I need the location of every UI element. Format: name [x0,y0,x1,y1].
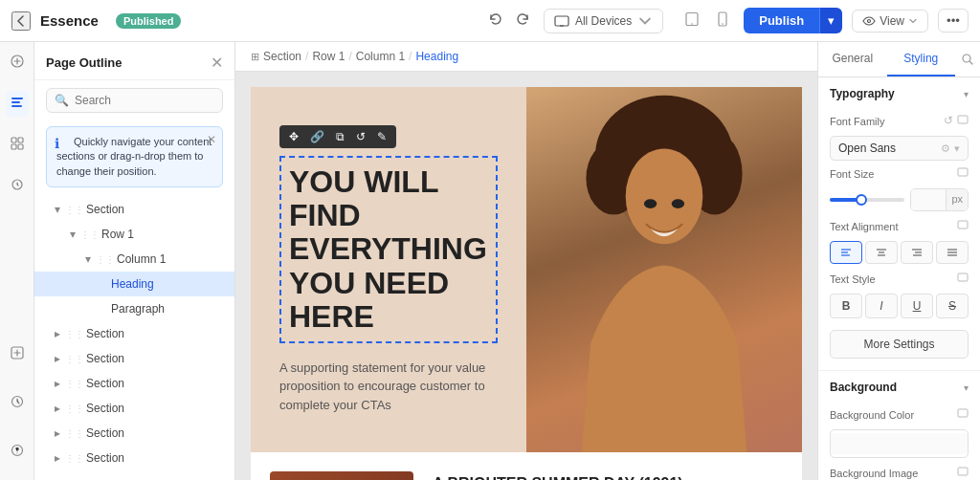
bg-image-responsive-icon[interactable] [957,466,969,480]
font-settings-icon[interactable]: ⚙ [941,142,950,155]
toolbar-undo[interactable]: ↺ [352,128,369,145]
undo-button[interactable] [484,8,507,34]
tree-item-paragraph[interactable]: ▸ Paragraph [34,296,234,321]
align-right-button[interactable] [901,241,933,264]
tree-item-section2[interactable]: ▸ ⋮⋮ Section [34,321,234,346]
toolbar-link[interactable]: 🔗 [306,128,328,145]
tab-styling[interactable]: Styling [887,42,956,76]
nav-outline-icon[interactable] [6,91,29,117]
drag-handle[interactable]: ⋮⋮ [80,229,100,240]
italic-button[interactable]: I [865,294,898,318]
expand-row1[interactable]: ▾ [65,227,80,242]
publish-button[interactable]: Publish [744,8,819,33]
text-alignment-responsive-icon[interactable] [957,219,969,233]
slider-thumb[interactable] [856,194,867,206]
search-input[interactable] [75,94,214,107]
svg-rect-13 [11,144,16,149]
tree-item-section3[interactable]: ▸ ⋮⋮ Section [34,346,234,371]
product-section[interactable]: A BRIGHTER SUMMER DAY (1991) $0 No varia… [251,452,802,480]
toolbar-copy[interactable]: ⧉ [332,128,348,145]
redo-button[interactable] [511,8,534,34]
font-size-slider[interactable] [830,198,904,202]
tree-item-column1[interactable]: ▾ ⋮⋮ Column 1 [34,247,234,272]
expand-section1[interactable]: ▾ [50,202,65,217]
align-justify-button[interactable] [936,241,969,264]
sidebar-search[interactable]: 🔍 [46,88,223,113]
drag-handle[interactable]: ⋮⋮ [65,379,84,389]
bg-color-field[interactable]: rgba(0, 0, 0, 0) [830,429,969,458]
breadcrumb-row[interactable]: Row 1 [312,50,345,63]
hero-image [526,87,802,452]
view-button[interactable]: View [852,10,928,33]
expand-section3[interactable]: ▸ [50,351,65,366]
background-label: Background [830,381,897,394]
sidebar-close-button[interactable]: ✕ [211,54,223,72]
expand-section5[interactable]: ▸ [50,401,65,416]
bg-color-responsive-icon[interactable] [957,407,969,422]
page-outline-panel: Page Outline ✕ 🔍 ℹ Quickly navigate your… [34,42,235,480]
nav-help-icon[interactable] [6,439,29,465]
tree-item-section1[interactable]: ▾ ⋮⋮ Section [34,197,234,222]
font-size-input[interactable]: 42 px [910,188,969,211]
font-family-label: Font Family [830,116,884,127]
underline-button[interactable]: U [901,294,933,318]
font-dropdown-icon[interactable]: ▾ [954,142,960,155]
toolbar-edit[interactable]: ✎ [373,128,390,145]
expand-section4[interactable]: ▸ [50,376,65,391]
font-size-value[interactable]: 42 [911,189,946,210]
back-button[interactable] [11,11,31,31]
nav-bottom-icon[interactable] [6,341,29,367]
publish-caret-button[interactable]: ▾ [819,8,842,33]
more-settings-button[interactable]: More Settings [830,330,969,359]
panel-search-icon[interactable] [955,42,980,76]
nav-elements-icon[interactable] [6,132,29,158]
refresh-icon[interactable]: ↺ [944,114,953,128]
responsive-icon[interactable] [957,114,969,128]
hero-section[interactable]: ✥ 🔗 ⧉ ↺ ✎ YOU WILL FIND EVERYTHING YOU N… [251,87,802,452]
drag-handle[interactable]: ⋮⋮ [65,354,84,364]
tree-item-section7[interactable]: ▸ ⋮⋮ Section [34,446,234,470]
font-size-responsive-icon[interactable] [957,166,969,181]
breadcrumb-section[interactable]: Section [263,50,301,63]
tree-item-section5[interactable]: ▸ ⋮⋮ Section [34,396,234,421]
expand-section2[interactable]: ▸ [50,326,65,341]
expand-section7[interactable]: ▸ [50,450,65,466]
drag-handle[interactable]: ⋮⋮ [65,428,84,439]
align-left-button[interactable] [830,241,862,264]
info-close-button[interactable]: ✕ [207,133,216,146]
toolbar-move[interactable]: ✥ [285,128,302,145]
bg-color-input[interactable]: rgba(0, 0, 0, 0) [831,433,969,454]
more-options-button[interactable]: ••• [938,9,969,33]
breadcrumb-section-icon: ⊞ [251,51,259,63]
expand-section6[interactable]: ▸ [50,425,65,441]
text-style-responsive-icon[interactable] [957,272,969,286]
nav-history-icon[interactable] [6,390,29,416]
tab-general[interactable]: General [818,42,887,76]
font-family-select[interactable]: Open Sans ⚙ ▾ [830,136,969,161]
bg-color-row: Background Color [830,407,969,422]
tree-item-heading[interactable]: ▸ Heading [34,272,234,296]
info-text: Quickly navigate your content sections o… [56,136,212,177]
align-center-button[interactable] [865,241,898,264]
drag-handle[interactable]: ⋮⋮ [65,205,84,215]
tablet-view-button[interactable] [680,8,703,34]
strikethrough-button[interactable]: S [936,294,969,318]
device-selector[interactable]: All Devices [544,9,663,33]
nav-pages-icon[interactable] [6,50,29,76]
tree-item-section4[interactable]: ▸ ⋮⋮ Section [34,371,234,396]
drag-handle[interactable]: ⋮⋮ [65,404,84,414]
mobile-view-button[interactable] [711,8,734,34]
tree-item-section6[interactable]: ▸ ⋮⋮ Section [34,421,234,446]
nav-settings-icon[interactable] [6,173,29,199]
background-header[interactable]: Background ▾ [818,371,980,404]
breadcrumb-column[interactable]: Column 1 [356,50,405,63]
hero-heading[interactable]: YOU WILL FIND EVERYTHING YOU NEED HERE [279,156,498,343]
expand-col1[interactable]: ▾ [80,251,96,267]
typography-header[interactable]: Typography ▾ [818,77,980,110]
drag-handle[interactable]: ⋮⋮ [65,329,84,339]
tree-item-row1[interactable]: ▾ ⋮⋮ Row 1 [34,222,234,247]
background-body: Background Color rgba(0, 0, 0, 0) [818,404,980,480]
bold-button[interactable]: B [830,294,862,318]
drag-handle[interactable]: ⋮⋮ [96,254,115,265]
drag-handle[interactable]: ⋮⋮ [65,453,84,464]
